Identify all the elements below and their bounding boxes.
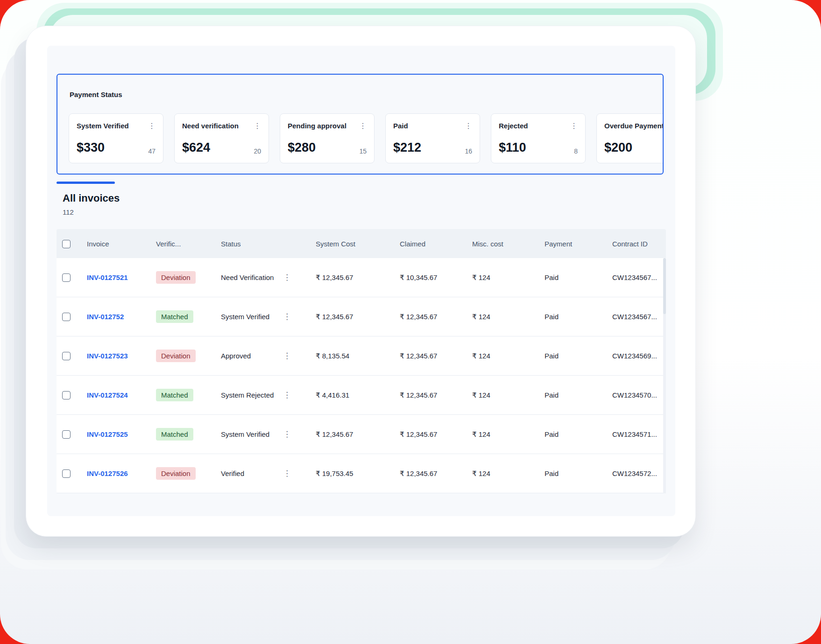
system-cost-value: ₹ 12,345.67 (308, 430, 392, 439)
contract-id-value: CW1234567... (604, 313, 666, 321)
invoices-table: Invoice Verific... Status System Cost Cl… (57, 229, 666, 493)
contract-id-value: CW1234569... (604, 352, 666, 360)
misc-cost-value: ₹ 124 (464, 313, 537, 321)
claimed-value: ₹ 10,345.67 (392, 273, 464, 282)
kebab-menu-icon[interactable]: ⋮ (283, 352, 291, 360)
active-tab-indicator (57, 182, 115, 184)
status-card-amount: $110 (499, 140, 526, 155)
status-card-need-verification[interactable]: Need verification ⋮ $624 20 (174, 113, 269, 163)
kebab-menu-icon[interactable]: ⋮ (283, 273, 291, 281)
status-text: System Verified (221, 430, 269, 438)
table-row: INV-0127523 Deviation Approved ⋮ ₹ 8,135… (57, 336, 666, 376)
verification-badge: Matched (156, 428, 193, 441)
payment-value: Paid (537, 469, 604, 477)
table-scrollbar-thumb[interactable] (663, 258, 666, 314)
system-cost-value: ₹ 4,416.31 (308, 391, 392, 399)
page: Payment Status System Verified ⋮ $330 47 (0, 0, 821, 644)
verification-badge: Deviation (156, 350, 196, 362)
status-text: System Rejected (221, 391, 274, 399)
invoice-link[interactable]: INV-0127524 (87, 391, 128, 399)
invoice-link[interactable]: INV-0127521 (87, 273, 128, 281)
row-checkbox[interactable] (62, 391, 71, 399)
row-checkbox[interactable] (62, 430, 71, 439)
kebab-menu-icon[interactable]: ⋮ (254, 122, 261, 130)
content-panel: Payment Status System Verified ⋮ $330 47 (47, 46, 675, 516)
invoice-link[interactable]: INV-0127525 (87, 430, 128, 438)
status-card-count: 20 (254, 147, 261, 155)
status-card-amount: $200 (604, 140, 632, 155)
misc-cost-value: ₹ 124 (464, 430, 537, 439)
table-row: INV-0127521 Deviation Need Verification … (57, 258, 666, 297)
payment-cards-row: System Verified ⋮ $330 47 Need verificat… (69, 113, 664, 163)
invoice-total-count: 112 (63, 208, 120, 216)
invoice-link[interactable]: INV-0127526 (87, 469, 128, 477)
status-card-overdue-payment[interactable]: Overdue Payment ⋮ $200 (596, 113, 664, 163)
table-scrollbar[interactable] (663, 258, 666, 493)
status-card-rejected[interactable]: Rejected ⋮ $110 8 (491, 113, 586, 163)
claimed-value: ₹ 12,345.67 (392, 430, 464, 439)
contract-id-value: CW1234570... (604, 391, 666, 399)
status-card-label: Pending approval (288, 122, 347, 130)
kebab-menu-icon[interactable]: ⋮ (283, 391, 291, 399)
system-cost-value: ₹ 8,135.54 (308, 352, 392, 360)
claimed-value: ₹ 12,345.67 (392, 352, 464, 360)
column-header-misc-cost: Misc. cost (464, 240, 537, 248)
table-row: INV-0127526 Deviation Verified ⋮ ₹ 19,75… (57, 454, 666, 493)
status-text: Approved (221, 352, 251, 360)
contract-id-value: CW1234571... (604, 430, 666, 438)
invoice-link[interactable]: INV-012752 (87, 313, 124, 321)
kebab-menu-icon[interactable]: ⋮ (148, 122, 156, 130)
kebab-menu-icon[interactable]: ⋮ (283, 430, 291, 438)
contract-id-value: CW1234572... (604, 469, 666, 477)
column-header-verification: Verific... (148, 240, 213, 248)
invoice-link[interactable]: INV-0127523 (87, 352, 128, 360)
status-card-amount: $212 (393, 140, 421, 155)
table-row: INV-0127525 Matched System Verified ⋮ ₹ … (57, 415, 666, 454)
kebab-menu-icon[interactable]: ⋮ (283, 313, 291, 321)
verification-badge: Deviation (156, 271, 196, 284)
kebab-menu-icon[interactable]: ⋮ (359, 122, 367, 130)
status-text: Verified (221, 469, 244, 477)
row-checkbox[interactable] (62, 469, 71, 478)
system-cost-value: ₹ 19,753.45 (308, 469, 392, 478)
payment-status-title: Payment Status (70, 91, 122, 98)
status-card-label: System Verified (77, 122, 129, 130)
status-card-label: Overdue Payment (604, 122, 664, 130)
status-card-amount: $280 (288, 140, 316, 155)
misc-cost-value: ₹ 124 (464, 391, 537, 399)
status-text: Need Verification (221, 273, 274, 281)
kebab-menu-icon[interactable]: ⋮ (465, 122, 472, 130)
status-card-amount: $330 (77, 140, 105, 155)
claimed-value: ₹ 12,345.67 (392, 391, 464, 399)
status-card-pending-approval[interactable]: Pending approval ⋮ $280 15 (280, 113, 375, 163)
row-checkbox[interactable] (62, 352, 71, 360)
table-row: INV-012752 Matched System Verified ⋮ ₹ 1… (57, 297, 666, 336)
kebab-menu-icon[interactable]: ⋮ (570, 122, 578, 130)
payment-value: Paid (537, 273, 604, 281)
kebab-menu-icon[interactable]: ⋮ (283, 469, 291, 477)
status-card-label: Paid (393, 122, 408, 130)
status-card-system-verified[interactable]: System Verified ⋮ $330 47 (69, 113, 163, 163)
column-header-invoice: Invoice (79, 240, 148, 248)
status-card-paid[interactable]: Paid ⋮ $212 16 (385, 113, 480, 163)
column-header-status: Status (213, 240, 308, 248)
select-all-checkbox[interactable] (62, 240, 71, 248)
row-checkbox[interactable] (62, 313, 71, 321)
payment-value: Paid (537, 391, 604, 399)
column-header-payment: Payment (537, 240, 604, 248)
verification-badge: Matched (156, 310, 193, 323)
payment-status-section: Payment Status System Verified ⋮ $330 47 (57, 74, 664, 175)
payment-value: Paid (537, 352, 604, 360)
status-text: System Verified (221, 313, 269, 321)
status-card-count: 15 (359, 147, 367, 155)
status-card-count: 8 (574, 147, 578, 155)
claimed-value: ₹ 12,345.67 (392, 469, 464, 478)
row-checkbox[interactable] (62, 273, 71, 282)
system-cost-value: ₹ 12,345.67 (308, 313, 392, 321)
status-card-count: 47 (148, 147, 156, 155)
payment-value: Paid (537, 430, 604, 438)
contract-id-value: CW1234567... (604, 273, 666, 281)
column-header-system-cost: System Cost (308, 240, 392, 248)
system-cost-value: ₹ 12,345.67 (308, 273, 392, 282)
misc-cost-value: ₹ 124 (464, 273, 537, 282)
